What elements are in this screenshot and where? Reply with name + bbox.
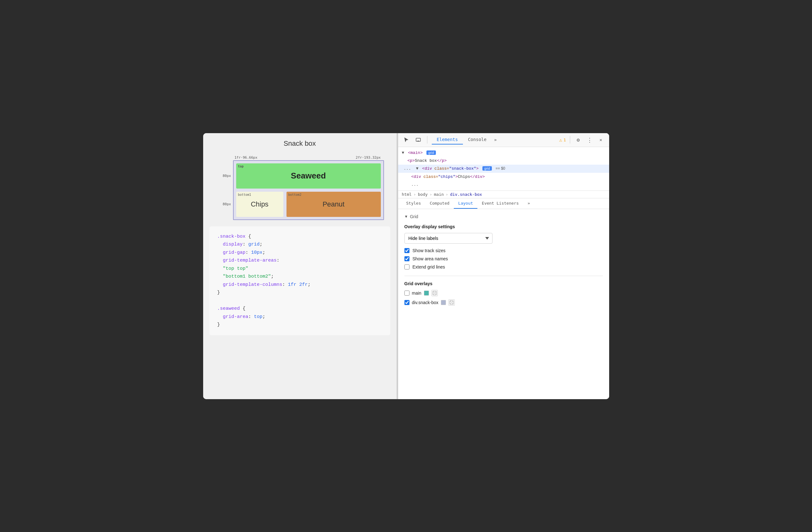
- snackbox-color-swatch[interactable]: [441, 300, 446, 305]
- devtools-panel: Elements Console » ⚠ 1 ⚙ ⋮ ✕: [398, 133, 609, 399]
- tab-event-listeners[interactable]: Event Listeners: [477, 198, 523, 209]
- code-line-6: "bottom1 bottom2";: [217, 272, 382, 281]
- dom-tree: ▼ <main> grid <p>Snack box</p> ... ▼ <di…: [398, 147, 609, 191]
- svg-rect-1: [417, 141, 419, 141]
- main-overlay-label[interactable]: main: [412, 291, 421, 296]
- grid-section-label: Grid: [410, 214, 418, 219]
- code-line-10: grid-area: top;: [217, 313, 382, 321]
- extend-grid-lines-label[interactable]: Extend grid lines: [412, 264, 445, 269]
- page-title: Snack box: [209, 139, 390, 148]
- code-line-2: display: grid;: [217, 240, 382, 249]
- extend-grid-lines-row: Extend grid lines: [404, 264, 603, 269]
- toolbar-right: ⚠ 1 ⚙ ⋮ ✕: [559, 135, 605, 144]
- tab-styles[interactable]: Styles: [402, 198, 425, 209]
- toolbar-separator-2: [570, 136, 570, 143]
- breadcrumb-snackbox[interactable]: div.snack-box: [450, 192, 482, 197]
- tab-elements[interactable]: Elements: [432, 135, 463, 144]
- show-area-names-row: Show area names: [404, 256, 603, 261]
- code-line-blank: [217, 297, 382, 305]
- tab-more-panels[interactable]: »: [523, 198, 534, 209]
- main-color-swatch[interactable]: [424, 291, 429, 296]
- snack-grid: top Seaweed bottom1 Chips bottom2 Peanut: [236, 163, 381, 217]
- warning-icon: ⚠: [559, 137, 562, 143]
- cursor-icon[interactable]: [402, 135, 411, 144]
- main-overlay-settings-icon[interactable]: [432, 290, 438, 296]
- line-labels-select[interactable]: Hide line labels Show line numbers Show …: [404, 233, 492, 244]
- overlay-section: Overlay display settings Hide line label…: [404, 224, 603, 269]
- code-line-11: }: [217, 321, 382, 329]
- overlay-display-title: Overlay display settings: [404, 224, 603, 229]
- main-overlay-checkbox[interactable]: [404, 291, 409, 296]
- warning-badge: ⚠ 1: [559, 137, 566, 143]
- toolbar-separator: [427, 136, 427, 143]
- close-icon[interactable]: ✕: [597, 135, 605, 144]
- dom-line-ellipsis[interactable]: ...: [398, 181, 609, 188]
- dom-line-main[interactable]: ▼ <main> grid: [398, 149, 609, 157]
- devtools-top-tabs: Elements Console »: [432, 135, 556, 144]
- tab-computed[interactable]: Computed: [425, 198, 454, 209]
- left-panel: Snack box 1fr·96.66px 2fr·193.32px 80px …: [203, 133, 396, 399]
- snack-top-cell: top Seaweed: [236, 163, 381, 188]
- tab-console[interactable]: Console: [463, 135, 492, 144]
- breadcrumb-html[interactable]: html: [402, 192, 412, 197]
- layout-content: ▼ Grid Overlay display settings Hide lin…: [398, 209, 609, 399]
- show-area-names-checkbox[interactable]: [404, 256, 409, 261]
- code-line-8: }: [217, 289, 382, 297]
- row-label-2: 80px: [219, 202, 233, 206]
- code-line-9: .seaweed {: [217, 305, 382, 313]
- browser-window: Snack box 1fr·96.66px 2fr·193.32px 80px …: [203, 133, 609, 399]
- code-line-1: .snack-box {: [217, 233, 382, 241]
- extend-grid-lines-checkbox[interactable]: [404, 264, 409, 269]
- settings-icon[interactable]: ⚙: [574, 135, 583, 144]
- grid-section-header[interactable]: ▼ Grid: [404, 214, 603, 219]
- dom-line-snackbox[interactable]: ... ▼ <div class="snack-box"> grid == $0: [398, 165, 609, 172]
- code-panel: .snack-box { display: grid; grid-gap: 10…: [209, 226, 390, 335]
- col-label-1: 1fr·96.66px: [235, 155, 258, 159]
- code-line-5: "top top": [217, 265, 382, 273]
- panel-tabs: Styles Computed Layout Event Listeners »: [398, 198, 609, 209]
- devtools-toolbar: Elements Console » ⚠ 1 ⚙ ⋮ ✕: [398, 133, 609, 147]
- area-label-bottom1: bottom1: [238, 193, 251, 196]
- more-options-icon[interactable]: ⋮: [585, 135, 594, 144]
- section-divider: [404, 276, 603, 276]
- seaweed-label: Seaweed: [291, 171, 326, 181]
- show-track-sizes-label[interactable]: Show track sizes: [412, 248, 446, 253]
- dom-line-chips[interactable]: <div class="chips">Chips</div>: [398, 173, 609, 181]
- dom-line-p[interactable]: <p>Snack box</p>: [398, 157, 609, 165]
- device-icon[interactable]: [414, 135, 423, 144]
- grid-triangle-icon: ▼: [404, 214, 408, 219]
- snack-peanut-cell: bottom2 Peanut: [287, 192, 381, 217]
- more-tabs-icon[interactable]: »: [492, 135, 499, 144]
- line-labels-dropdown-wrapper: Hide line labels Show line numbers Show …: [404, 233, 603, 244]
- snackbox-overlay-settings-icon[interactable]: [448, 299, 455, 306]
- snack-chips-cell: bottom1 Chips: [236, 192, 284, 217]
- row-label-1: 80px: [219, 174, 233, 178]
- code-line-3: grid-gap: 10px;: [217, 249, 382, 257]
- code-line-4: grid-template-areas:: [217, 256, 382, 265]
- code-line-7: grid-template-columns: 1fr 2fr;: [217, 281, 382, 289]
- peanut-label: Peanut: [323, 200, 345, 208]
- warning-count: 1: [564, 138, 566, 142]
- grid-overlays-section: Grid overlays main div.snack-box: [404, 281, 603, 306]
- col-label-2: 2fr·193.32px: [356, 155, 380, 159]
- area-label-bottom2: bottom2: [288, 193, 302, 196]
- show-track-sizes-checkbox[interactable]: [404, 248, 409, 253]
- breadcrumb-body[interactable]: body: [418, 192, 428, 197]
- svg-rect-2: [433, 291, 436, 295]
- snackbox-overlay-label[interactable]: div.snack-box: [412, 300, 439, 305]
- tab-layout[interactable]: Layout: [454, 198, 477, 209]
- svg-rect-3: [450, 300, 453, 304]
- area-label-top: top: [238, 165, 244, 168]
- show-track-sizes-row: Show track sizes: [404, 248, 603, 253]
- breadcrumb: html › body › main › div.snack-box: [398, 191, 609, 198]
- snackbox-overlay-row: div.snack-box: [404, 299, 603, 306]
- snackbox-overlay-checkbox[interactable]: [404, 300, 409, 305]
- show-area-names-label[interactable]: Show area names: [412, 256, 448, 261]
- grid-overlays-title: Grid overlays: [404, 281, 603, 286]
- breadcrumb-main[interactable]: main: [434, 192, 444, 197]
- chips-label: Chips: [251, 200, 268, 208]
- main-overlay-row: main: [404, 290, 603, 296]
